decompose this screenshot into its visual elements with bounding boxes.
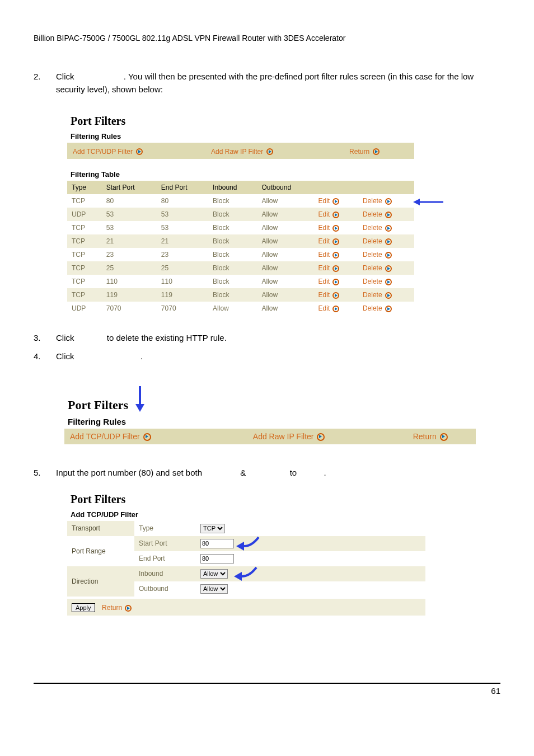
cell-type: TCP	[67, 194, 102, 208]
cell-end: 119	[157, 288, 208, 302]
cell-end: 53	[157, 221, 208, 234]
end-port-cell	[196, 551, 425, 566]
return-link[interactable]: Return	[344, 143, 414, 159]
step-text: Click .	[56, 350, 500, 363]
cell-type: TCP	[67, 261, 102, 275]
delete-link[interactable]: Delete	[358, 194, 414, 208]
svg-marker-5	[234, 572, 242, 581]
filtering-rules-heading: Filtering Rules	[67, 130, 500, 143]
edit-link[interactable]: Edit	[313, 248, 358, 261]
panel-title: Port Filters	[67, 491, 425, 508]
link-arrow-icon	[385, 306, 392, 312]
step-3: 3. Click to delete the existing HTTP rul…	[34, 332, 500, 345]
link-arrow-icon	[385, 198, 392, 205]
step-number: 5.	[34, 467, 56, 480]
delete-link[interactable]: Delete	[358, 208, 414, 221]
link-arrow-icon	[332, 212, 339, 218]
cell-inbound: Block	[208, 288, 257, 302]
link-label: Add Raw IP Filter	[253, 432, 314, 441]
annotation-arrow-icon	[233, 565, 261, 585]
edit-link[interactable]: Edit	[313, 288, 358, 302]
type-label: Type	[134, 521, 196, 536]
filtering-rules-links: Add TCP/UDP Filter Add Raw IP Filter Ret…	[64, 429, 476, 444]
link-arrow-icon	[385, 279, 392, 285]
step2-prefix: Click	[56, 72, 77, 81]
cell-inbound: Block	[208, 208, 257, 221]
port-filters-panel-2: Port Filters Filtering Rules Add TCP/UDP…	[64, 385, 476, 444]
col-type: Type	[67, 181, 102, 194]
table-row: UDP5353BlockAllowEdit Delete	[67, 208, 414, 221]
cell-outbound: Allow	[257, 288, 313, 302]
annotation-arrow-icon	[412, 196, 446, 208]
return-link[interactable]: Return	[102, 604, 132, 612]
end-port-input[interactable]	[200, 554, 234, 564]
link-arrow-icon	[332, 198, 339, 205]
cell-start: 53	[102, 208, 157, 221]
type-select[interactable]: TCP	[200, 524, 225, 533]
end-port-label: End Port	[134, 551, 196, 566]
inbound-select[interactable]: Allow	[200, 569, 228, 579]
step-4: 4. Click .	[34, 350, 500, 363]
table-row: UDP70707070AllowAllowEdit Delete	[67, 302, 414, 315]
add-tcp-udp-filter-link[interactable]: Add TCP/UDP Filter	[67, 143, 205, 159]
cell-outbound: Allow	[257, 194, 313, 208]
link-arrow-icon	[317, 433, 325, 441]
delete-link[interactable]: Delete	[358, 302, 414, 315]
link-arrow-icon	[136, 148, 143, 155]
type-cell: TCP	[196, 521, 425, 536]
link-arrow-icon	[385, 212, 392, 218]
start-port-input[interactable]	[200, 539, 234, 548]
edit-link[interactable]: Edit	[313, 302, 358, 315]
add-raw-ip-filter-link[interactable]: Add Raw IP Filter	[247, 429, 407, 444]
edit-link[interactable]: Edit	[313, 194, 358, 208]
cell-inbound: Block	[208, 221, 257, 234]
link-arrow-icon	[332, 238, 339, 245]
add-filter-panel: Port Filters Add TCP/UDP Filter Transpor…	[67, 491, 425, 616]
link-label: Add TCP/UDP Filter	[73, 148, 133, 156]
link-arrow-icon	[332, 306, 339, 312]
link-arrow-icon	[385, 265, 392, 272]
page-footer: 61	[34, 683, 500, 696]
link-arrow-icon	[373, 148, 380, 155]
delete-link[interactable]: Delete	[358, 234, 414, 248]
delete-link[interactable]: Delete	[358, 261, 414, 275]
step-text: Input the port number (80) and set both …	[56, 467, 500, 480]
svg-marker-4	[236, 542, 244, 551]
delete-link[interactable]: Delete	[358, 288, 414, 302]
edit-link[interactable]: Edit	[313, 261, 358, 275]
link-label: Return	[349, 148, 369, 156]
outbound-select[interactable]: Allow	[200, 584, 228, 594]
delete-link[interactable]: Delete	[358, 275, 414, 288]
apply-button[interactable]: Apply	[72, 603, 95, 612]
cell-type: TCP	[67, 288, 102, 302]
step4-suffix: .	[140, 351, 143, 361]
add-tcp-udp-filter-link[interactable]: Add TCP/UDP Filter	[64, 429, 247, 444]
link-arrow-icon	[385, 225, 392, 232]
cell-outbound: Allow	[257, 234, 313, 248]
cell-start: 53	[102, 221, 157, 234]
link-arrow-icon	[440, 433, 448, 441]
cell-start: 80	[102, 194, 157, 208]
cell-outbound: Allow	[257, 208, 313, 221]
cell-end: 53	[157, 208, 208, 221]
edit-link[interactable]: Edit	[313, 221, 358, 234]
cell-start: 21	[102, 234, 157, 248]
col-start-port: Start Port	[102, 181, 157, 194]
link-arrow-icon	[332, 225, 339, 232]
return-link[interactable]: Return	[407, 429, 476, 444]
link-arrow-icon	[332, 279, 339, 285]
step5-mid2: to	[290, 468, 299, 477]
cell-inbound: Block	[208, 248, 257, 261]
table-row: TCP2121BlockAllowEdit Delete	[67, 234, 414, 248]
transport-label: Transport	[67, 521, 134, 536]
cell-end: 7070	[157, 302, 208, 315]
edit-link[interactable]: Edit	[313, 208, 358, 221]
outbound-cell: Allow	[196, 581, 425, 597]
delete-link[interactable]: Delete	[358, 221, 414, 234]
apply-bar: Apply Return	[67, 599, 425, 616]
add-raw-ip-filter-link[interactable]: Add Raw IP Filter	[205, 143, 344, 159]
edit-link[interactable]: Edit	[313, 234, 358, 248]
link-arrow-icon	[385, 252, 392, 259]
edit-link[interactable]: Edit	[313, 275, 358, 288]
delete-link[interactable]: Delete	[358, 248, 414, 261]
